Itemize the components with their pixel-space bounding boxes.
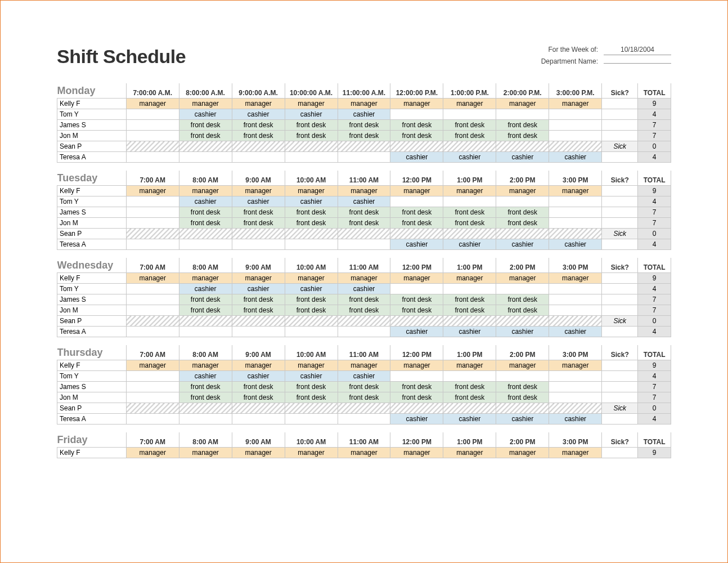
shift-cell: manager <box>443 273 496 284</box>
shift-cell <box>126 218 179 229</box>
time-header: 3:00 PM <box>549 171 602 186</box>
table-row: Kelly Fmanagermanagermanagermanagermanag… <box>57 448 671 458</box>
shift-cell <box>179 403 232 414</box>
shift-cell: manager <box>390 360 443 371</box>
shift-cell: front desk <box>179 207 232 218</box>
shift-cell: manager <box>390 448 443 458</box>
shift-cell: manager <box>443 360 496 371</box>
shift-cell <box>285 316 338 327</box>
total-cell: 9 <box>638 360 671 371</box>
time-header: 11:00 AM <box>338 171 390 186</box>
employee-name: Teresa A <box>57 239 127 250</box>
time-header: 1:00 PM <box>443 171 496 186</box>
employee-name: Jon M <box>57 305 127 316</box>
sick-cell <box>602 186 638 196</box>
shift-cell: manager <box>232 360 285 371</box>
shift-cell <box>496 316 549 327</box>
schedule-table: Tuesday7:00 AM8:00 AM9:00 AM10:00 AM11:0… <box>57 171 671 250</box>
sick-cell <box>602 207 638 218</box>
day-name: Thursday <box>57 345 127 360</box>
shift-cell: manager <box>549 273 602 284</box>
employee-name: James S <box>57 207 127 218</box>
total-cell: 0 <box>638 141 671 152</box>
time-header: 11:00 AM <box>338 345 390 360</box>
time-header: 11:00 AM <box>338 432 390 448</box>
shift-cell <box>496 141 549 152</box>
shift-cell: front desk <box>390 294 443 305</box>
shift-cell: cashier <box>338 284 390 294</box>
time-header: 2:00:00 P.M. <box>496 83 549 99</box>
shift-cell: front desk <box>443 207 496 218</box>
table-row: Teresa Acashiercashiercashiercashier4 <box>57 327 671 337</box>
shift-cell: front desk <box>285 218 338 229</box>
table-row: Tom Ycashiercashiercashiercashier4 <box>57 196 671 207</box>
shift-cell <box>549 141 602 152</box>
shift-cell: front desk <box>496 218 549 229</box>
shift-cell: front desk <box>232 392 285 403</box>
sick-cell <box>602 392 638 403</box>
sick-header: Sick? <box>602 258 638 273</box>
shift-cell <box>126 294 179 305</box>
shift-cell <box>549 109 602 120</box>
shift-cell <box>549 371 602 382</box>
shift-cell: front desk <box>338 294 390 305</box>
shift-cell <box>179 229 232 239</box>
time-header: 8:00 AM <box>179 345 232 360</box>
time-header: 11:00 AM <box>338 258 390 273</box>
table-row: Tom Ycashiercashiercashiercashier4 <box>57 371 671 382</box>
shift-cell: cashier <box>390 414 443 425</box>
shift-cell: front desk <box>338 207 390 218</box>
shift-cell: front desk <box>443 120 496 131</box>
sick-cell <box>602 239 638 250</box>
time-header: 7:00 AM <box>126 171 179 186</box>
employee-name: Tom Y <box>57 109 127 120</box>
shift-cell <box>443 371 496 382</box>
sick-cell <box>602 120 638 131</box>
week-of-value: 10/18/2004 <box>604 46 671 55</box>
dept-name-value <box>604 62 671 64</box>
shift-cell: front desk <box>179 392 232 403</box>
shift-cell <box>285 229 338 239</box>
total-cell: 9 <box>638 99 671 109</box>
employee-name: Kelly F <box>57 273 127 284</box>
shift-cell <box>126 382 179 392</box>
shift-cell <box>126 371 179 382</box>
table-row: James Sfront deskfront deskfront deskfro… <box>57 382 671 392</box>
shift-cell: front desk <box>496 382 549 392</box>
shift-cell: manager <box>443 99 496 109</box>
total-cell: 4 <box>638 196 671 207</box>
shift-cell: front desk <box>285 294 338 305</box>
sick-cell <box>602 382 638 392</box>
employee-name: Jon M <box>57 131 127 141</box>
time-header: 9:00 AM <box>232 432 285 448</box>
shift-cell: cashier <box>496 152 549 163</box>
shift-cell: cashier <box>549 239 602 250</box>
time-header: 2:00 PM <box>496 171 549 186</box>
time-header: 8:00:00 A.M. <box>179 83 232 99</box>
week-of-label: For the Week of: <box>549 46 604 53</box>
sick-cell <box>602 294 638 305</box>
shift-cell <box>338 229 390 239</box>
total-cell: 0 <box>638 229 671 239</box>
shift-cell <box>232 141 285 152</box>
employee-name: Sean P <box>57 403 127 414</box>
shift-cell: front desk <box>285 207 338 218</box>
employee-name: Sean P <box>57 316 127 327</box>
total-cell: 0 <box>638 403 671 414</box>
shift-cell: cashier <box>496 414 549 425</box>
shift-cell <box>232 152 285 163</box>
shift-cell <box>179 152 232 163</box>
shift-cell: manager <box>285 273 338 284</box>
shift-cell <box>126 131 179 141</box>
shift-cell: front desk <box>390 218 443 229</box>
total-cell: 9 <box>638 448 671 458</box>
shift-cell: cashier <box>443 327 496 337</box>
sick-cell <box>602 371 638 382</box>
shift-cell <box>232 403 285 414</box>
shift-cell <box>179 141 232 152</box>
shift-cell <box>232 316 285 327</box>
shift-cell: cashier <box>390 152 443 163</box>
shift-cell <box>338 414 390 425</box>
shift-cell: cashier <box>443 239 496 250</box>
time-header: 7:00 AM <box>126 345 179 360</box>
